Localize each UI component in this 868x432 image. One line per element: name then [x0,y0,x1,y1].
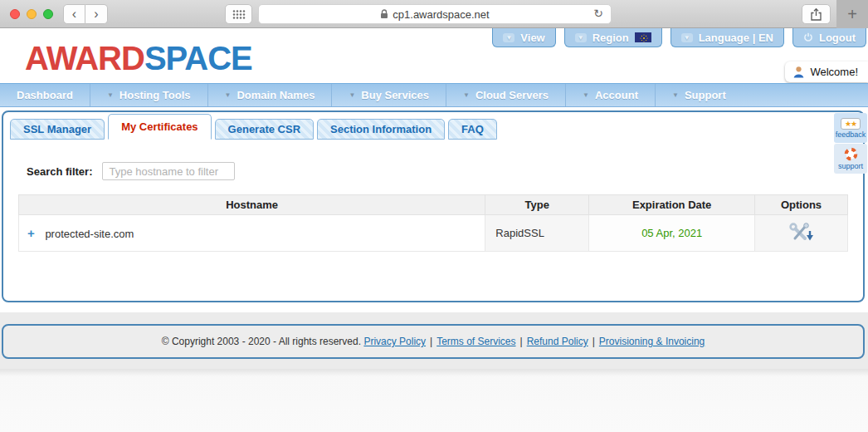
expiration-date-cell: 05 Apr, 2021 [589,215,755,252]
back-button[interactable]: ‹ [63,4,85,24]
column-expiration-date: Expiration Date [589,195,755,215]
nav-label: Buy Services [361,89,429,101]
chevron-down-icon: ▼ [503,33,514,42]
refund-policy-link[interactable]: Refund Policy [527,336,588,347]
minimize-window-button[interactable] [27,9,37,19]
chevron-down-icon: ▼ [107,91,114,99]
eu-flag-icon [635,32,651,42]
table-row: + protected-site.com RapidSSL 05 Apr, 20… [19,215,848,252]
share-button[interactable] [802,4,831,24]
link-separator: | [430,336,432,347]
nav-item-account[interactable]: ▼ Account [566,84,656,106]
power-icon [803,32,813,42]
view-button-label: View [520,32,544,44]
nav-item-hosting-tools[interactable]: ▼ Hosting Tools [90,84,208,106]
column-hostname: Hostname [19,195,485,215]
terms-of-services-link[interactable]: Terms of Services [436,336,515,347]
table-header-row: Hostname Type Expiration Date Options [19,195,848,215]
search-filter-row: Search filter: [27,162,235,180]
link-separator: | [520,336,523,347]
main-navigation: Dashboard ▼ Hosting Tools ▼ Domain Names… [0,83,868,107]
nav-label: Dashboard [17,89,73,101]
reload-icon[interactable]: ↻ [593,7,603,20]
view-button[interactable]: ▼ View [492,28,555,47]
nav-label: Account [595,89,638,101]
page-bottom-area [0,369,868,432]
hostname-cell: + protected-site.com [19,215,485,252]
tab-generate-csr[interactable]: Generate CSR [215,119,314,140]
options-cell [755,215,848,252]
url-text: cp1.awardspace.net [393,8,489,21]
feedback-badge[interactable]: ★★ feedback [834,113,867,143]
chevron-down-icon: ▼ [349,91,355,99]
privacy-policy-link[interactable]: Privacy Policy [363,336,426,347]
address-bar[interactable]: cp1.awardspace.net ↻ [258,4,612,24]
provisioning-invoicing-link[interactable]: Provisioning & Invoicing [599,336,705,347]
grid-icon [232,9,246,20]
nav-item-dashboard[interactable]: Dashboard [0,84,90,106]
nav-label: Support [685,89,726,101]
chevron-down-icon: ▼ [583,91,589,99]
tab-bar: SSL Manager My Certificates Generate CSR… [10,114,497,140]
region-button-label: Region [592,32,629,44]
tab-my-certificates[interactable]: My Certificates [108,114,211,140]
tab-overview-button[interactable] [225,4,252,24]
search-filter-label: Search filter: [27,165,92,178]
tab-faq[interactable]: FAQ [448,119,497,140]
app-window: ‹ › cp1.awardspace.net ↻ [0,0,868,432]
language-button[interactable]: ▼ Language | EN [671,28,784,47]
logo-space: SPACE [144,40,252,76]
nav-item-support[interactable]: ▼ Support [656,84,743,106]
copyright-text: © Copyright 2003 - 2020 - All rights res… [162,336,361,347]
maximize-window-button[interactable] [43,9,53,19]
chevron-down-icon: ▼ [225,91,232,99]
link-separator: | [592,336,595,347]
lock-icon [380,9,388,19]
browser-chrome: ‹ › cp1.awardspace.net ↻ [0,0,868,28]
hostname-value: protected-site.com [45,228,134,240]
chevron-down-icon: ▼ [575,33,587,42]
awardspace-logo: AWARDSPACE [25,40,252,77]
tab-ssl-manager[interactable]: SSL Manager [10,119,105,140]
share-icon [810,7,822,22]
nav-label: Domain Names [237,89,315,101]
top-actions: ▼ View ▼ Region ▼ Language | EN Logout [492,28,866,47]
logout-button[interactable]: Logout [792,28,866,47]
welcome-label: Welcome! [810,66,858,78]
new-tab-button[interactable]: + [836,0,868,28]
support-label: support [838,162,863,170]
nav-item-cloud-servers[interactable]: ▼ Cloud Servers [446,84,566,106]
region-button[interactable]: ▼ Region [564,28,662,47]
support-badge[interactable]: support [834,144,867,174]
logout-button-label: Logout [819,32,856,44]
logo-award: AWARD [25,40,144,76]
feedback-label: feedback [836,130,866,139]
manage-tools-icon[interactable] [788,221,815,243]
feedback-stars-icon: ★★ [841,118,861,130]
close-window-button[interactable] [10,9,20,19]
expand-row-icon[interactable]: + [27,226,35,240]
forward-button[interactable]: › [85,4,108,24]
nav-label: Hosting Tools [119,89,191,101]
type-cell: RapidSSL [485,215,589,252]
welcome-badge: Welcome! [785,61,868,82]
column-type: Type [485,195,589,215]
column-options: Options [755,195,848,215]
tab-section-information[interactable]: Section Information [317,119,445,140]
nav-item-buy-services[interactable]: ▼ Buy Services [332,84,446,106]
chevron-down-icon: ▼ [672,91,679,99]
nav-item-domain-names[interactable]: ▼ Domain Names [208,84,333,106]
life-ring-icon [844,147,858,161]
language-button-label: Language | EN [699,32,773,44]
search-input[interactable] [102,162,235,180]
nav-label: Cloud Servers [475,89,549,101]
certificates-table: Hostname Type Expiration Date Options + … [18,194,848,252]
user-avatar-icon [792,66,805,78]
chevron-down-icon: ▼ [681,33,693,42]
ssl-manager-panel: SSL Manager My Certificates Generate CSR… [2,110,865,302]
chevron-down-icon: ▼ [463,91,470,99]
footer-panel: © Copyright 2003 - 2020 - All rights res… [2,324,865,359]
